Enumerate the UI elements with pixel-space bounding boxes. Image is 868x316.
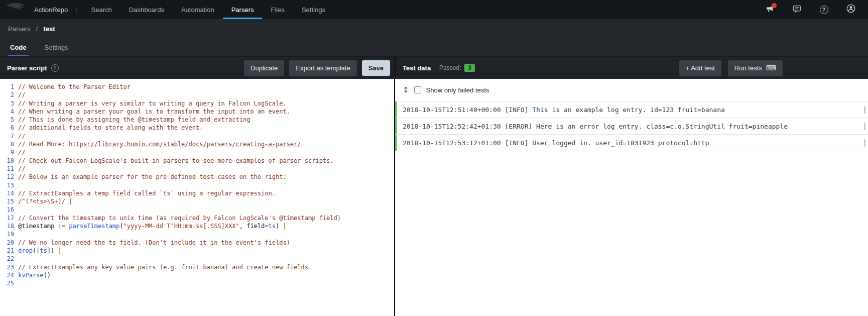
code-token: // When writing a parser your goal is to… <box>18 108 290 115</box>
line-number: 1 <box>0 83 14 91</box>
line-number: 13 <box>0 181 14 189</box>
test-case-text: 2018-10-15T12:53:12+01:00 [INFO] User lo… <box>397 139 709 147</box>
passed-label: Passed: <box>439 64 461 71</box>
code-line[interactable]: // Welcome to the Parser Editor <box>18 83 341 91</box>
code-line[interactable]: // This is done by assigning the @timest… <box>18 116 341 124</box>
code-token: ([ <box>33 247 40 254</box>
line-number: 3 <box>0 99 14 108</box>
line-number: 8 <box>0 140 14 148</box>
doc-link[interactable]: https://library.humio.com/stable/docs/pa… <box>69 141 301 148</box>
code-line[interactable]: // <box>18 148 341 156</box>
nav-item-dashboards[interactable]: Dashboards <box>120 0 173 19</box>
test-case-text: 2018-10-15T12:52:42+01:30 [ERROR] Here i… <box>397 123 788 130</box>
repo-name[interactable]: ActionRepo <box>31 0 76 19</box>
line-number: 17 <box>0 214 14 222</box>
line-number: 9 <box>0 148 14 156</box>
nav-item-files[interactable]: Files <box>262 0 293 19</box>
code-line[interactable]: @timestamp := parseTimestamp("yyyy-MM-dd… <box>18 222 341 230</box>
code-line[interactable]: // Check out Falcon LogScale's built-in … <box>18 157 341 165</box>
line-number: 14 <box>0 189 14 197</box>
run-tests-button[interactable]: Run tests⌨ <box>728 60 783 76</box>
code-line[interactable]: // ExtractExamples a temp field called `… <box>18 189 341 197</box>
breadcrumb: Parsers / test <box>0 19 868 38</box>
line-number: 25 <box>0 279 14 287</box>
falcon-logo-icon <box>5 2 27 18</box>
row-scrollbar-thumb[interactable] <box>864 106 865 114</box>
code-line[interactable]: // Read More: https://library.humio.com/… <box>18 140 341 148</box>
code-token: drop <box>18 247 33 254</box>
code-line[interactable]: // We no longer need the ts field. (Don'… <box>18 239 341 247</box>
top-nav: ActionRepo | SearchDashboardsAutomationP… <box>0 0 868 19</box>
code-token: , field= <box>239 223 269 230</box>
parser-help-icon[interactable]: ? <box>51 64 59 72</box>
nav-item-automation[interactable]: Automation <box>173 0 223 19</box>
help-icon: ? <box>820 6 828 14</box>
code-line[interactable]: /^(?<ts>\S+)/ | <box>18 197 341 205</box>
save-button[interactable]: Save <box>362 60 390 76</box>
test-data-title: Test data <box>403 64 431 72</box>
code-token: ts <box>40 247 47 254</box>
code-line[interactable]: // When writing a parser your goal is to… <box>18 108 341 116</box>
breadcrumb-separator: / <box>36 25 38 33</box>
line-number: 4 <box>0 108 14 116</box>
test-case-text: 2018-10-15T12:51:40+00:00 [INFO] This is… <box>397 106 725 114</box>
code-token: // <box>18 91 25 98</box>
nav-items: SearchDashboardsAutomationParsersFilesSe… <box>83 0 334 19</box>
code-area[interactable]: // Welcome to the Parser Editor//// Writ… <box>14 83 341 316</box>
code-line[interactable] <box>18 230 341 238</box>
show-failed-tests-label[interactable]: Show only failed tests <box>426 86 489 94</box>
line-number: 7 <box>0 132 14 140</box>
code-line[interactable]: drop([ts]) | <box>18 247 341 255</box>
code-line[interactable]: kvParse() <box>18 271 341 279</box>
row-scrollbar-thumb[interactable] <box>864 139 865 147</box>
duplicate-button[interactable]: Duplicate <box>244 60 284 76</box>
code-token: // Welcome to the Parser Editor <box>18 83 131 90</box>
help-button[interactable]: ? <box>819 5 829 15</box>
crowdstrike-logo[interactable] <box>0 0 31 19</box>
code-line[interactable]: // <box>18 132 341 140</box>
add-test-button[interactable]: + Add test <box>679 60 721 76</box>
code-line[interactable] <box>18 181 341 189</box>
code-token: // Read More: <box>18 141 69 148</box>
code-line[interactable]: // Convert the timestamp to unix time (a… <box>18 214 341 222</box>
test-case-row[interactable]: 2018-10-15T12:51:40+00:00 [INFO] This is… <box>395 101 868 118</box>
feedback-button[interactable] <box>792 5 802 15</box>
line-number: 16 <box>0 205 14 214</box>
code-line[interactable] <box>18 255 341 263</box>
notifications-button[interactable] <box>765 5 775 15</box>
code-line[interactable]: // additional fields to store along with… <box>18 124 341 132</box>
code-line[interactable]: // Writing a parser is very similar to w… <box>18 99 341 108</box>
account-button[interactable] <box>846 5 856 15</box>
code-line[interactable]: // <box>18 165 341 173</box>
row-scrollbar-thumb[interactable] <box>864 123 865 130</box>
code-line[interactable] <box>18 279 341 287</box>
test-case-row[interactable]: 2018-10-15T12:53:12+01:00 [INFO] User lo… <box>395 135 868 151</box>
nav-item-parsers[interactable]: Parsers <box>223 0 263 19</box>
test-data-panel: ↕ Show only failed tests 2018-10-15T12:5… <box>395 79 868 316</box>
show-failed-tests-checkbox[interactable] <box>414 86 421 93</box>
code-line[interactable]: // <box>18 91 341 99</box>
code-token: ts <box>269 223 276 230</box>
code-token: // <box>18 133 25 140</box>
code-line[interactable]: // ExtractExamples any key value pairs (… <box>18 263 341 271</box>
line-number: 23 <box>0 263 14 271</box>
tab-settings[interactable]: Settings <box>43 38 70 56</box>
line-number: 24 <box>0 271 14 279</box>
nav-item-search[interactable]: Search <box>83 0 120 19</box>
nav-item-settings[interactable]: Settings <box>293 0 334 19</box>
parser-code-editor[interactable]: 1234567891011121314151617181920212223242… <box>0 79 394 316</box>
code-token: // This is done by assigning the @timest… <box>18 116 250 123</box>
expand-collapse-icon[interactable]: ↕ <box>403 85 409 94</box>
code-line[interactable]: // Below is an example parser for the pr… <box>18 173 341 181</box>
code-token: // Convert the timestamp to unix time (a… <box>18 215 341 222</box>
tab-code[interactable]: Code <box>8 38 29 56</box>
run-tests-label: Run tests <box>734 64 762 72</box>
export-as-template-button[interactable]: Export as template <box>289 60 356 76</box>
code-token: /^(?<ts>\S+)/ <box>18 198 65 205</box>
breadcrumb-parsers-link[interactable]: Parsers <box>8 25 31 33</box>
test-case-row[interactable]: 2018-10-15T12:52:42+01:30 [ERROR] Here i… <box>395 118 868 135</box>
code-line[interactable] <box>18 205 341 214</box>
line-number: 5 <box>0 116 14 124</box>
code-token: // Below is an example parser for the pr… <box>18 173 287 180</box>
line-number: 21 <box>0 247 14 255</box>
